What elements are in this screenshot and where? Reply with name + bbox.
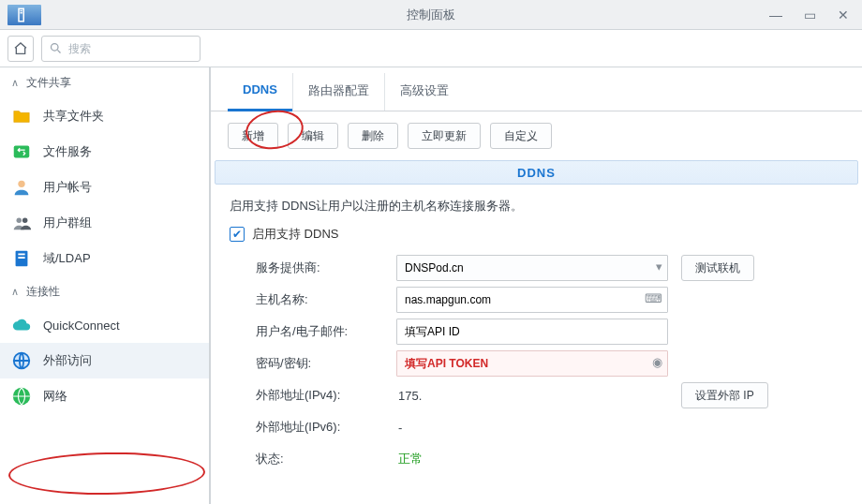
svg-point-6 xyxy=(18,181,24,187)
username-label: 用户名/电子邮件: xyxy=(256,323,396,340)
add-button[interactable]: 新增 xyxy=(228,123,278,149)
sidebar-item-external-access[interactable]: 外部访问 xyxy=(0,343,209,378)
delete-button[interactable]: 删除 xyxy=(348,123,398,149)
ipv6-label: 外部地址(IPv6): xyxy=(256,419,396,436)
set-external-ip-button[interactable]: 设置外部 IP xyxy=(681,382,768,408)
home-button[interactable] xyxy=(7,36,34,62)
checkbox-checked-icon: ✔ xyxy=(230,227,245,242)
transfer-icon xyxy=(11,141,32,162)
globe-icon xyxy=(11,350,32,371)
sidebar-item-label: 用户群组 xyxy=(43,215,92,231)
sidebar-group-fileshare[interactable]: ∧ 文件共享 xyxy=(0,67,209,98)
chevron-up-icon: ∧ xyxy=(11,286,22,298)
sidebar-item-file-service[interactable]: 文件服务 xyxy=(0,134,209,170)
sidebar-item-label: 域/LDAP xyxy=(43,250,91,267)
provider-label: 服务提供商: xyxy=(256,259,396,276)
section-header: DDNS xyxy=(215,160,858,185)
group-icon xyxy=(11,213,32,233)
tab-router[interactable]: 路由器配置 xyxy=(292,73,384,111)
test-connection-button[interactable]: 测试联机 xyxy=(681,255,754,281)
status-label: 状态: xyxy=(256,451,396,467)
sidebar: ∧ 文件共享 共享文件夹 文件服务 用户帐号 用户群组 域/LDAP ∧ 连接性 xyxy=(0,67,211,504)
content-area: 启用支持 DDNS让用户以注册的主机名称连接服务器。 ✔ 启用支持 DDNS 服… xyxy=(211,185,862,504)
sidebar-item-quickconnect[interactable]: QuickConnect xyxy=(0,307,209,343)
hostname-input[interactable] xyxy=(396,287,668,313)
brand-icon xyxy=(7,5,41,25)
password-label: 密码/密钥: xyxy=(256,355,396,372)
titlebar: 控制面板 — ▭ ✕ xyxy=(0,0,862,30)
sidebar-item-label: 共享文件夹 xyxy=(43,108,104,125)
sidebar-item-shared-folder[interactable]: 共享文件夹 xyxy=(0,98,209,134)
ipv4-label: 外部地址(IPv4): xyxy=(256,387,396,404)
enable-ddns-checkbox[interactable]: ✔ 启用支持 DDNS xyxy=(230,226,843,243)
sidebar-group-label: 连接性 xyxy=(26,284,60,300)
svg-rect-11 xyxy=(18,257,24,259)
sidebar-item-label: 外部访问 xyxy=(43,352,92,369)
ipv4-value: 175. xyxy=(396,389,422,403)
close-button[interactable]: ✕ xyxy=(826,2,860,28)
main-panel: DDNS 路由器配置 高级设置 新增 编辑 删除 立即更新 自定义 DDNS 启… xyxy=(211,67,862,504)
sidebar-item-groups[interactable]: 用户群组 xyxy=(0,205,209,241)
checkbox-label: 启用支持 DDNS xyxy=(252,226,338,243)
provider-select[interactable] xyxy=(396,255,668,281)
svg-point-7 xyxy=(17,218,22,224)
svg-point-8 xyxy=(22,218,27,224)
header-bar xyxy=(0,30,862,67)
search-input[interactable] xyxy=(41,36,201,62)
status-value: 正常 xyxy=(396,452,423,466)
toolbar: 新增 编辑 删除 立即更新 自定义 xyxy=(211,111,862,160)
svg-line-4 xyxy=(57,50,60,52)
ddns-form: 服务提供商: ▾ 测试联机 主机名称: ⌨ 用户名/电子邮件: xyxy=(230,252,843,475)
user-icon xyxy=(11,177,32,198)
svg-point-3 xyxy=(52,43,59,51)
home-icon xyxy=(13,41,28,56)
sidebar-item-label: QuickConnect xyxy=(43,319,120,333)
chevron-down-icon: ▾ xyxy=(656,259,662,274)
cloud-icon xyxy=(11,315,32,335)
svg-rect-5 xyxy=(14,146,30,158)
hostname-label: 主机名称: xyxy=(256,291,396,308)
customize-button[interactable]: 自定义 xyxy=(490,123,552,149)
search-icon xyxy=(49,41,63,55)
ipv6-value: - xyxy=(396,421,402,435)
sidebar-item-label: 用户帐号 xyxy=(43,179,92,196)
network-icon xyxy=(11,386,32,407)
svg-rect-10 xyxy=(18,254,24,256)
keyboard-icon: ⌨ xyxy=(645,291,662,305)
update-now-button[interactable]: 立即更新 xyxy=(408,123,481,149)
maximize-button[interactable]: ▭ xyxy=(793,2,826,28)
sidebar-group-connectivity[interactable]: ∧ 连接性 xyxy=(0,276,209,307)
description-text: 启用支持 DDNS让用户以注册的主机名称连接服务器。 xyxy=(230,198,843,215)
folder-icon xyxy=(11,106,32,126)
sidebar-item-label: 文件服务 xyxy=(43,143,92,160)
eye-icon: ◉ xyxy=(652,355,662,369)
edit-button[interactable]: 编辑 xyxy=(288,123,338,149)
sidebar-group-label: 文件共享 xyxy=(26,75,71,91)
tab-advanced[interactable]: 高级设置 xyxy=(384,73,464,111)
sidebar-item-network[interactable]: 网络 xyxy=(0,378,209,414)
tab-ddns[interactable]: DDNS xyxy=(228,73,292,111)
minimize-button[interactable]: — xyxy=(759,2,793,28)
sidebar-item-label: 网络 xyxy=(43,388,67,405)
sidebar-item-users[interactable]: 用户帐号 xyxy=(0,170,209,205)
sidebar-item-ldap[interactable]: 域/LDAP xyxy=(0,241,209,276)
window-title: 控制面板 xyxy=(407,7,455,23)
tab-bar: DDNS 路由器配置 高级设置 xyxy=(211,67,862,111)
password-input[interactable] xyxy=(396,350,668,377)
directory-icon xyxy=(11,248,32,269)
username-input[interactable] xyxy=(396,319,668,345)
chevron-up-icon: ∧ xyxy=(11,77,22,89)
